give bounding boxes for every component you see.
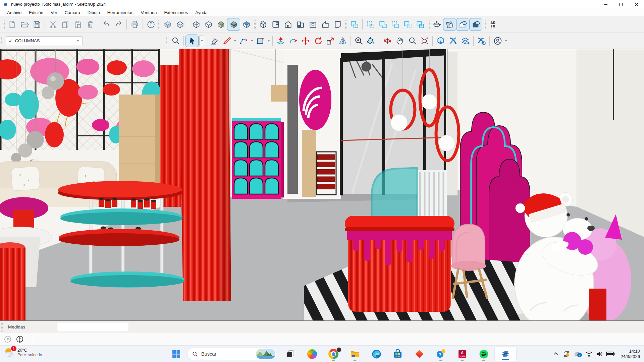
outer-shell-button[interactable]: [348, 18, 361, 31]
style-monochrome-button[interactable]: [240, 18, 253, 31]
follow-me-tool-button[interactable]: [287, 35, 299, 47]
union-button[interactable]: [377, 18, 389, 31]
active-tag-dropdown[interactable]: ✓ COLUMNAS: [6, 36, 83, 45]
search-tool-button[interactable]: [169, 35, 182, 47]
zoom-extents-button[interactable]: [418, 35, 431, 47]
3d-warehouse-button[interactable]: [434, 35, 447, 47]
view-front-button[interactable]: [282, 18, 294, 31]
cut-button[interactable]: [47, 18, 59, 31]
pencil-dropdown-caret[interactable]: [233, 35, 237, 47]
print-button[interactable]: [128, 18, 141, 31]
tape-measure-tool-button[interactable]: [353, 35, 365, 47]
task-view-button[interactable]: [280, 347, 301, 361]
microsoft-store-button[interactable]: [387, 347, 409, 361]
artx-plugin-button[interactable]: ARTX: [487, 18, 499, 31]
flip-tool-button[interactable]: [336, 35, 349, 47]
paste-button[interactable]: [71, 18, 84, 31]
zoom-tool-button[interactable]: [406, 35, 418, 47]
save-button[interactable]: [31, 18, 43, 31]
split-button[interactable]: [414, 18, 426, 31]
battery-icon[interactable]: [606, 350, 615, 358]
toolbar-grip[interactable]: [427, 20, 430, 29]
new-file-button[interactable]: [6, 18, 18, 31]
trim-button[interactable]: [401, 18, 414, 31]
intersect-button[interactable]: [364, 18, 377, 31]
red-diamond-app-button[interactable]: [409, 347, 430, 361]
open-button[interactable]: [18, 18, 31, 31]
viewport-canvas[interactable]: [0, 49, 644, 321]
menu-herramientas[interactable]: Herramientas: [104, 9, 137, 16]
view-right-button[interactable]: [294, 18, 307, 31]
measurements-input[interactable]: [57, 323, 128, 331]
menu-ayuda[interactable]: Ayuda: [192, 9, 211, 16]
taskbar-search[interactable]: Buscar: [187, 348, 277, 360]
minimize-button[interactable]: [598, 0, 613, 9]
onedrive-tray-icon[interactable]: i: [574, 350, 582, 358]
select-tool-button[interactable]: [185, 35, 199, 47]
orbit-tool-button[interactable]: [381, 35, 393, 47]
maximize-button[interactable]: [613, 0, 629, 9]
toolbar-grip[interactable]: [1, 37, 3, 45]
view-top-button[interactable]: [269, 18, 282, 31]
sketchup-taskbar-button[interactable]: [494, 347, 517, 361]
copy-button[interactable]: [59, 18, 71, 31]
section-plane-button[interactable]: [431, 18, 443, 31]
weather-widget[interactable]: 1 20°C Parc. soleado: [3, 347, 42, 358]
extension-warehouse-button[interactable]: [447, 35, 459, 47]
rotate-tool-button[interactable]: [312, 35, 324, 47]
toolbar-grip[interactable]: [2, 20, 5, 29]
toolbar-grip[interactable]: [158, 20, 160, 29]
wifi-icon[interactable]: [585, 350, 593, 358]
arc-tool-button[interactable]: [237, 35, 250, 47]
view-left-button[interactable]: [319, 18, 331, 31]
select-dropdown-caret[interactable]: [199, 36, 204, 46]
paint-bucket-tool-button[interactable]: [365, 35, 377, 47]
rectangle-dropdown-caret[interactable]: [266, 35, 271, 47]
style-shaded-textures-button[interactable]: [227, 18, 240, 31]
pan-tool-button[interactable]: [393, 35, 406, 47]
search-daily-image[interactable]: [256, 349, 275, 359]
menu-extensiones[interactable]: Extensiones: [160, 9, 192, 16]
spotify-button[interactable]: [473, 347, 494, 361]
style-hidden-line-button[interactable]: [202, 18, 215, 31]
rectangle-tool-button[interactable]: [254, 35, 266, 47]
view-iso-button[interactable]: [257, 18, 269, 31]
style-shaded-button[interactable]: [215, 18, 227, 31]
file-explorer-button[interactable]: [344, 347, 366, 361]
credits-icon[interactable]: [16, 336, 23, 343]
display-section-fill-button[interactable]: [469, 18, 482, 31]
undo-button[interactable]: [100, 18, 112, 31]
share-button[interactable]: [459, 35, 472, 47]
toolbar-grip[interactable]: [254, 20, 256, 29]
menu-edicion[interactable]: Edición: [25, 9, 47, 16]
eraser-tool-button[interactable]: [208, 35, 220, 47]
hidden-icons-chevron[interactable]: [552, 350, 559, 358]
extension-manager-button[interactable]: [475, 35, 488, 47]
toolbar-grip[interactable]: [345, 20, 347, 29]
menu-archivo[interactable]: Archivo: [3, 9, 25, 16]
subtract-button[interactable]: [389, 18, 401, 31]
sync-tray-icon[interactable]: [562, 350, 571, 358]
copilot-button[interactable]: [301, 347, 323, 361]
delete-button[interactable]: [84, 18, 96, 31]
style-xray-button[interactable]: [161, 18, 174, 31]
clock[interactable]: 14:10 24/3/2026: [621, 349, 640, 359]
help-app-button[interactable]: ?: [430, 347, 451, 361]
close-button[interactable]: [629, 0, 644, 9]
menu-dibujo[interactable]: Dibujo: [84, 9, 104, 16]
account-button[interactable]: [491, 35, 504, 47]
start-button[interactable]: [168, 347, 184, 361]
pencil-tool-button[interactable]: [220, 35, 233, 47]
edge-button[interactable]: [366, 347, 387, 361]
volume-icon[interactable]: [596, 350, 603, 358]
menu-ventana[interactable]: Ventana: [137, 9, 161, 16]
menu-ver[interactable]: Ver: [47, 9, 61, 16]
arc-dropdown-caret[interactable]: [250, 35, 254, 47]
push-pull-tool-button[interactable]: [274, 35, 287, 47]
toolbar-grip[interactable]: [166, 37, 168, 45]
move-tool-button[interactable]: [299, 35, 312, 47]
redo-button[interactable]: [112, 18, 125, 31]
style-back-edges-button[interactable]: [174, 18, 186, 31]
geolocation-icon[interactable]: [4, 336, 11, 343]
account-dropdown-caret[interactable]: [504, 35, 508, 47]
